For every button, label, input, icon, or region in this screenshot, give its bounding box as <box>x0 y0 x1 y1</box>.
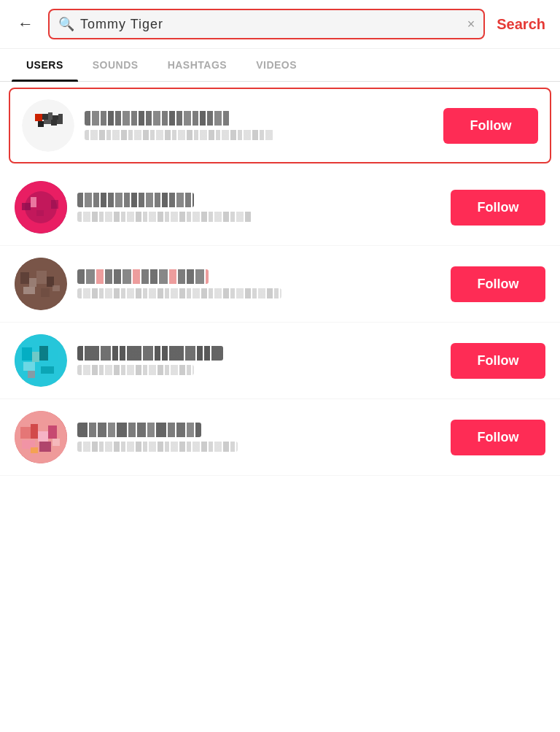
svg-rect-15 <box>51 200 58 209</box>
user-info <box>77 193 440 222</box>
svg-rect-26 <box>32 352 39 362</box>
user-handle <box>77 442 238 452</box>
svg-rect-27 <box>39 346 48 361</box>
svg-rect-40 <box>31 447 38 453</box>
user-name <box>77 193 194 207</box>
list-item: Follow <box>0 246 560 323</box>
svg-rect-36 <box>48 425 57 439</box>
svg-rect-6 <box>38 121 44 127</box>
search-icon: 🔍 <box>58 16 74 32</box>
list-item: Follow <box>9 88 551 163</box>
tab-bar: USERS SOUNDS HASHTAGS VIDEOS <box>0 49 560 82</box>
tab-users[interactable]: USERS <box>12 49 78 81</box>
follow-button[interactable]: Follow <box>451 420 545 455</box>
back-button[interactable]: ← <box>12 12 39 36</box>
svg-rect-14 <box>36 210 44 216</box>
user-handle <box>77 288 281 298</box>
svg-rect-12 <box>22 203 31 210</box>
svg-rect-3 <box>48 112 52 120</box>
svg-rect-38 <box>39 442 51 452</box>
svg-point-0 <box>22 99 74 152</box>
svg-rect-17 <box>20 272 29 284</box>
svg-rect-35 <box>38 431 48 442</box>
avatar <box>22 99 74 152</box>
svg-rect-34 <box>31 424 38 439</box>
svg-rect-39 <box>52 439 60 446</box>
svg-rect-21 <box>23 287 35 294</box>
user-name <box>77 423 201 437</box>
user-info <box>77 423 440 452</box>
svg-rect-19 <box>36 271 47 284</box>
avatar <box>15 181 67 234</box>
svg-rect-22 <box>41 288 50 297</box>
clear-button[interactable]: × <box>467 17 475 32</box>
list-item: Follow <box>0 169 560 246</box>
avatar <box>15 411 67 463</box>
user-name <box>85 111 230 126</box>
header: ← 🔍 × Search <box>0 0 560 49</box>
user-info <box>77 346 440 375</box>
svg-rect-9 <box>57 120 63 124</box>
user-info <box>77 269 440 298</box>
svg-rect-30 <box>41 366 54 374</box>
search-input[interactable] <box>80 17 467 32</box>
svg-rect-20 <box>47 277 54 287</box>
user-name <box>77 269 209 284</box>
svg-rect-5 <box>58 114 63 120</box>
svg-rect-7 <box>44 120 51 124</box>
svg-rect-28 <box>48 350 58 361</box>
list-item: Follow <box>0 323 560 399</box>
svg-rect-31 <box>28 371 35 378</box>
user-handle <box>85 130 274 140</box>
tab-sounds[interactable]: SOUNDS <box>78 49 153 81</box>
svg-rect-23 <box>52 285 60 291</box>
svg-rect-33 <box>20 427 31 439</box>
avatar <box>15 334 67 387</box>
user-list: Follow Follow <box>0 88 560 476</box>
svg-rect-25 <box>22 347 32 361</box>
follow-button[interactable]: Follow <box>451 266 545 302</box>
user-handle <box>77 212 252 222</box>
search-box: 🔍 × <box>48 9 485 39</box>
follow-button[interactable]: Follow <box>451 190 545 226</box>
follow-button[interactable]: Follow <box>443 108 538 144</box>
user-handle <box>77 365 194 375</box>
list-item: Follow <box>0 399 560 476</box>
svg-rect-1 <box>35 114 42 121</box>
avatar <box>15 258 67 310</box>
user-info <box>85 111 433 140</box>
search-button[interactable]: Search <box>494 16 548 33</box>
follow-button[interactable]: Follow <box>451 343 545 379</box>
tab-hashtags[interactable]: HASHTAGS <box>153 49 242 81</box>
svg-rect-2 <box>42 114 48 120</box>
svg-rect-13 <box>31 197 36 207</box>
tab-videos[interactable]: VIDEOS <box>241 49 311 81</box>
svg-rect-8 <box>51 120 57 126</box>
svg-rect-18 <box>29 278 36 287</box>
user-name <box>77 346 223 361</box>
svg-rect-29 <box>23 362 35 371</box>
